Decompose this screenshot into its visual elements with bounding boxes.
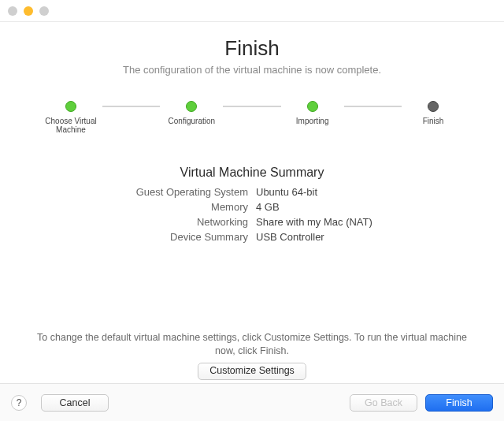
step-importing: Importing <box>281 101 344 125</box>
step-label: Finish <box>423 117 444 125</box>
summary-val-memory: 4 GB <box>256 201 280 213</box>
step-dot-icon <box>428 101 439 112</box>
main-content: Finish The configuration of the virtual … <box>0 22 504 243</box>
step-connector <box>102 106 160 107</box>
summary-key-networking: Networking <box>197 216 248 228</box>
summary-key-memory: Memory <box>211 201 248 213</box>
summary-val-os: Ubuntu 64-bit <box>256 186 317 198</box>
bottom-bar: ? Cancel Go Back Finish <box>0 383 504 421</box>
summary-key-device: Device Summary <box>170 231 248 243</box>
wizard-stepper: Choose Virtual Machine Configuration Imp… <box>39 101 465 134</box>
summary-key-os: Guest Operating System <box>136 186 248 198</box>
close-window-icon[interactable] <box>8 6 17 16</box>
minimize-window-icon[interactable] <box>24 6 33 16</box>
step-connector <box>223 106 280 107</box>
summary-val-device: USB Controller <box>256 231 324 243</box>
window-titlebar <box>0 0 504 22</box>
summary-table: Guest Operating System Ubuntu 64-bit Mem… <box>32 186 472 243</box>
step-connector <box>344 106 402 107</box>
finish-button[interactable]: Finish <box>425 394 493 412</box>
page-subtitle: The configuration of the virtual machine… <box>32 64 472 76</box>
page-title: Finish <box>32 36 472 61</box>
step-dot-icon <box>307 101 318 112</box>
help-button[interactable]: ? <box>11 395 27 411</box>
step-finish: Finish <box>402 101 465 125</box>
summary-title: Virtual Machine Summary <box>32 166 472 180</box>
step-configuration: Configuration <box>160 101 223 125</box>
footer-note: To change the default virtual machine se… <box>0 331 504 380</box>
customize-settings-button[interactable]: Customize Settings <box>198 363 306 380</box>
step-label: Choose Virtual Machine <box>39 117 102 134</box>
cancel-button[interactable]: Cancel <box>41 394 109 412</box>
summary-val-networking: Share with my Mac (NAT) <box>256 216 372 228</box>
step-label: Importing <box>296 117 329 125</box>
step-dot-icon <box>186 101 197 112</box>
step-label: Configuration <box>169 117 215 125</box>
footer-note-text: To change the default virtual machine se… <box>37 332 467 356</box>
go-back-button[interactable]: Go Back <box>350 394 417 412</box>
step-dot-icon <box>65 101 76 112</box>
step-choose-vm: Choose Virtual Machine <box>39 101 102 134</box>
zoom-window-icon[interactable] <box>39 6 49 16</box>
